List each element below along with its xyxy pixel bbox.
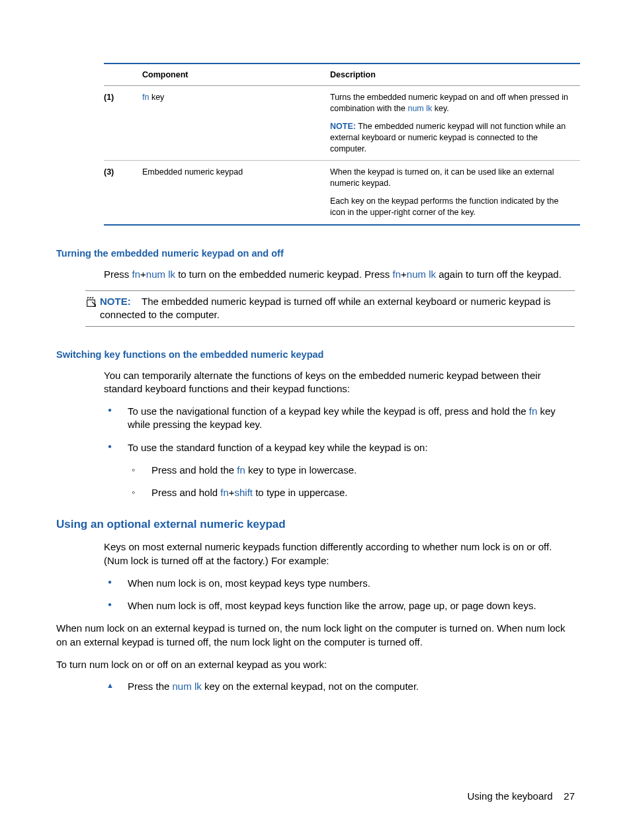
- list-item: When num lock is off, most keypad keys f…: [104, 599, 575, 612]
- document-page: Component Description (1) fn key Turns t…: [0, 0, 631, 840]
- page-footer: Using the keyboard 27: [467, 790, 575, 802]
- list-item: To use the standard function of a keypad…: [104, 441, 575, 500]
- sub-bullet-list: Press and hold the fn key to type in low…: [128, 464, 575, 500]
- note-callout: NOTE: The embedded numeric keypad is tur…: [85, 290, 575, 327]
- heading-external-keypad: Using an optional external numeric keypa…: [56, 518, 575, 531]
- list-item: Press and hold fn+shift to type in upper…: [128, 486, 575, 499]
- note-label: NOTE:: [330, 122, 356, 131]
- list-item: When num lock is on, most keypad keys ty…: [104, 577, 575, 590]
- note-label: NOTE:: [100, 296, 131, 307]
- paragraph: Keys on most external numeric keypads fu…: [104, 540, 575, 567]
- table-row: (1) fn key Turns the embedded numeric ke…: [104, 86, 580, 161]
- heading-switching-functions: Switching key functions on the embedded …: [56, 349, 575, 360]
- row-component: Embedded numeric keypad: [142, 161, 330, 225]
- row-description: Turns the embedded numeric keypad on and…: [330, 86, 580, 161]
- row-component: fn key: [142, 86, 330, 161]
- bullet-list: To use the navigational function of a ke…: [104, 405, 575, 499]
- page-number: 27: [564, 790, 575, 802]
- table-header-description: Description: [330, 63, 580, 86]
- table-header-component: Component: [142, 63, 330, 86]
- row-description: When the keypad is turned on, it can be …: [330, 161, 580, 225]
- list-item: Press and hold the fn key to type in low…: [128, 464, 575, 477]
- note-icon: [85, 296, 100, 312]
- component-table: Component Description (1) fn key Turns t…: [104, 63, 580, 226]
- row-number: (3): [104, 161, 142, 225]
- paragraph: When num lock on an external keypad is t…: [56, 622, 575, 649]
- table-header-blank: [104, 63, 142, 86]
- list-item: Press the num lk key on the external key…: [104, 681, 575, 692]
- paragraph: Press fn+num lk to turn on the embedded …: [104, 268, 575, 281]
- heading-turning-on-off: Turning the embedded numeric keypad on a…: [56, 248, 575, 259]
- bullet-list: When num lock is on, most keypad keys ty…: [104, 577, 575, 613]
- triangle-list: Press the num lk key on the external key…: [104, 681, 575, 692]
- paragraph: To turn num lock on or off on an externa…: [56, 658, 575, 671]
- footer-title: Using the keyboard: [467, 790, 552, 802]
- paragraph: You can temporarily alternate the functi…: [104, 369, 575, 396]
- table-row: (3) Embedded numeric keypad When the key…: [104, 161, 580, 225]
- row-number: (1): [104, 86, 142, 161]
- list-item: To use the navigational function of a ke…: [104, 405, 575, 432]
